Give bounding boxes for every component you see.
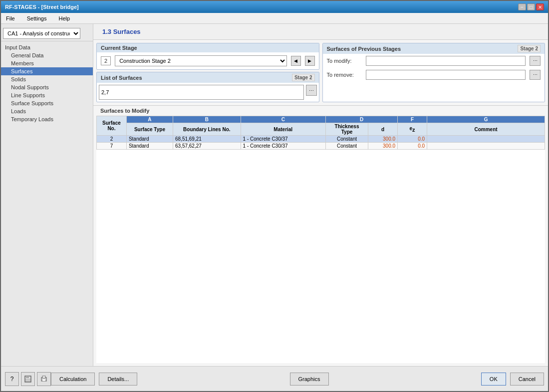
maximize-button[interactable]: □: [527, 3, 535, 10]
calculation-button[interactable]: Calculation: [51, 373, 95, 386]
cell-material: 1 - Concrete C30/37: [241, 136, 325, 143]
cell-thickness-type: Constant: [325, 136, 368, 143]
stage-dropdown[interactable]: CA1 - Analysis of construction st...: [3, 28, 80, 39]
col-header-eccentricity: ez: [398, 123, 427, 136]
surface-list-browse-button[interactable]: ⋯: [306, 85, 317, 96]
sidebar-item-loads[interactable]: Loads: [1, 107, 93, 115]
prev-stage-button[interactable]: ◀: [291, 56, 301, 66]
menu-file[interactable]: File: [3, 14, 18, 22]
content-area: 1.3 Surfaces Current Stage 2 Constructio: [93, 24, 548, 366]
to-modify-browse-button[interactable]: ⋯: [530, 56, 541, 66]
surfaces-table: Surface No. A B C D F G Surface Type: [96, 116, 545, 150]
current-stage-header: Current Stage: [97, 43, 319, 52]
sidebar-item-line-supports[interactable]: Line Supports: [1, 91, 93, 99]
list-area: ⋯: [97, 83, 319, 102]
cell-thickness-d: 300.0: [368, 136, 398, 143]
table-row[interactable]: 2 Standard 68,51,69,21 1 - Concrete C30/…: [97, 136, 545, 143]
bottom-left-buttons: ?: [5, 372, 51, 386]
col-letter-f: F: [398, 116, 427, 123]
to-remove-browse-button[interactable]: ⋯: [530, 70, 541, 80]
prev-stage-badge: Stage 2: [518, 45, 541, 52]
save-button[interactable]: [21, 372, 35, 386]
menu-help[interactable]: Help: [55, 14, 73, 22]
col-header-surface-no: Surface No.: [97, 116, 127, 136]
surfaces-previous-group: Surfaces of Previous Stages Stage 2 To m…: [322, 43, 546, 102]
current-stage-panel: Current Stage 2 Construction Stage 2 ◀ ▶: [96, 43, 319, 70]
cell-eccentricity: 0.0: [398, 143, 427, 150]
surfaces-table-container: Surface No. A B C D F G Surface Type: [96, 116, 545, 363]
cell-thickness-d: 300.0: [368, 143, 398, 150]
list-of-surfaces-header: List of Surfaces Stage 2: [97, 72, 319, 83]
col-header-material: Material: [241, 123, 325, 136]
col-header-thickness-d: d: [368, 123, 398, 136]
bottom-right-buttons: OK Cancel: [481, 373, 544, 386]
to-modify-label: To modify:: [327, 58, 362, 64]
sidebar-item-surface-supports[interactable]: Surface Supports: [1, 99, 93, 107]
col-letter-c: C: [241, 116, 325, 123]
window-controls: − □ ✕: [518, 3, 544, 10]
cell-thickness-type: Constant: [325, 143, 368, 150]
ok-button[interactable]: OK: [481, 373, 506, 386]
list-stage-badge: Stage 2: [292, 74, 315, 81]
cell-material: 1 - Concrete C30/37: [241, 143, 325, 150]
cell-surface-no: 2: [97, 136, 127, 143]
surfaces-modify-header: Surfaces to Modify: [96, 106, 545, 116]
title-bar: RF-STAGES - [Street bridge] − □ ✕: [1, 1, 548, 13]
svg-rect-1: [26, 376, 29, 378]
current-stage-body: 2 Construction Stage 2 ◀ ▶: [97, 52, 319, 69]
stage-number: 2: [101, 56, 111, 65]
cell-surface-type: Standard: [126, 143, 173, 150]
window-title: RF-STAGES - [Street bridge]: [5, 4, 79, 10]
to-remove-row: To remove: ⋯: [323, 68, 545, 82]
col-letter-b: B: [173, 116, 241, 123]
browse-icon: ⋯: [309, 88, 314, 93]
to-remove-input[interactable]: [366, 70, 526, 80]
cell-surface-no: 7: [97, 143, 127, 150]
browse-icon-3: ⋯: [533, 72, 538, 77]
cell-eccentricity: 0.0: [398, 136, 427, 143]
col-header-surface-type: Surface Type: [126, 123, 173, 136]
list-of-surfaces-panel: List of Surfaces Stage 2 ⋯: [96, 72, 319, 102]
bottom-toolbar: ? Calculation Details... Graphic: [1, 366, 548, 391]
cell-comment: [427, 136, 545, 143]
col-header-comment: Comment: [427, 123, 545, 136]
bottom-mid-buttons: Calculation Details...: [51, 373, 137, 386]
col-letter-g: G: [427, 116, 545, 123]
to-modify-input[interactable]: [366, 56, 526, 66]
sidebar-item-surfaces[interactable]: Surfaces: [1, 67, 93, 75]
section-title: 1.3 Surfaces: [98, 26, 145, 37]
col-header-boundary: Boundary Lines No.: [173, 123, 241, 136]
cancel-button[interactable]: Cancel: [510, 373, 544, 386]
next-stage-button[interactable]: ▶: [305, 56, 315, 66]
svg-rect-4: [42, 376, 45, 378]
col-letter-d: D: [325, 116, 397, 123]
cell-surface-type: Standard: [126, 136, 173, 143]
stage-select[interactable]: Construction Stage 2: [115, 55, 286, 66]
close-button[interactable]: ✕: [536, 3, 544, 10]
graphics-button[interactable]: Graphics: [290, 373, 329, 386]
sidebar-item-general-data[interactable]: General Data: [1, 51, 93, 59]
svg-rect-2: [25, 379, 30, 382]
sidebar-item-nodal-supports[interactable]: Nodal Supports: [1, 83, 93, 91]
to-remove-label: To remove:: [327, 72, 362, 78]
minimize-button[interactable]: −: [518, 3, 526, 10]
surface-list-input[interactable]: [99, 85, 304, 100]
menu-bar: File Settings Help: [1, 13, 548, 24]
sidebar-category-input: Input Data: [1, 43, 93, 51]
print-button[interactable]: [37, 372, 51, 386]
col-letter-a: A: [126, 116, 173, 123]
table-row[interactable]: 7 Standard 63,57,62,27 1 - Concrete C30/…: [97, 143, 545, 150]
menu-settings[interactable]: Settings: [24, 14, 50, 22]
sidebar-item-solids[interactable]: Solids: [1, 75, 93, 83]
surfaces-previous-panel: Surfaces of Previous Stages Stage 2 To m…: [322, 43, 546, 102]
col-header-thickness-type: ThicknessType: [325, 123, 368, 136]
svg-rect-5: [42, 379, 45, 381]
cell-comment: [427, 143, 545, 150]
main-content: CA1 - Analysis of construction st... Inp…: [1, 24, 548, 366]
sidebar-item-temporary-loads[interactable]: Temporary Loads: [1, 115, 93, 123]
cell-boundary: 68,51,69,21: [173, 136, 241, 143]
sidebar-item-members[interactable]: Members: [1, 59, 93, 67]
details-button[interactable]: Details...: [99, 373, 137, 386]
help-button[interactable]: ?: [5, 372, 19, 386]
cell-boundary: 63,57,62,27: [173, 143, 241, 150]
